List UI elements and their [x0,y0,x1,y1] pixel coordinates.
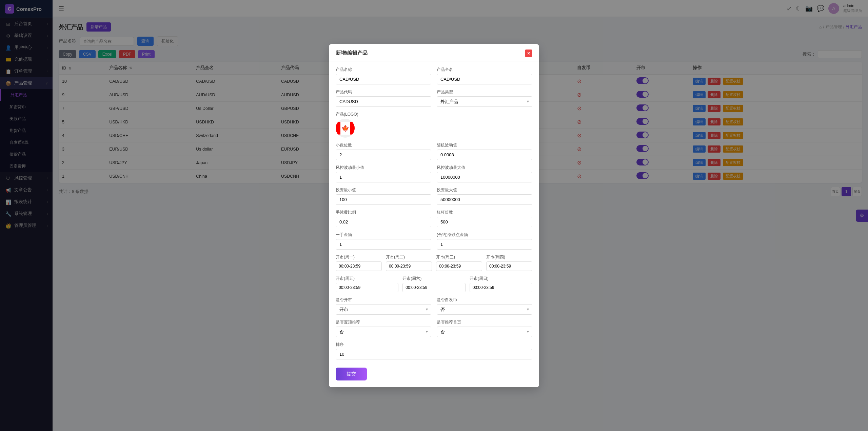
is-homepage-select[interactable]: 否 是 [437,327,532,337]
sort-label: 排序 [336,342,532,348]
modal-header: 新增/编辑产品 × [329,44,539,61]
is-custom-select-wrapper: 否 是 [437,304,532,315]
is-homepage-label: 是否推荐首页 [437,319,532,325]
form-group-is-homepage: 是否推荐首页 否 是 [437,319,532,337]
open-sun-label: 开市(周日) [470,276,532,281]
time-group-mon: 开市(周一) [336,254,382,271]
is-custom-select[interactable]: 否 是 [437,304,532,315]
invest-min-label: 投资最小值 [336,187,431,193]
form-group-name: 产品名称 [336,67,431,84]
form-row-open: 是否开市 开市 休市 是否自发币 否 是 [336,297,532,315]
time-row-2: 开市(周五) 开市(周六) 开市(周日) [336,276,532,292]
time-group-tue: 开市(周二) [386,254,432,271]
is-open-select[interactable]: 开市 休市 [336,304,431,315]
spread-input[interactable] [437,239,532,250]
form-row-hand: 一手金额 (合约)涨跌点金额 [336,232,532,250]
spread-label: (合约)涨跌点金额 [437,232,532,238]
form-row-2: 产品代码 产品类型 外汇产品 加密货币 美股产品 期货产品 [336,89,532,107]
one-hand-input[interactable] [336,239,431,250]
risk-min-label: 风控波动最小值 [336,165,431,171]
open-mon-input[interactable] [336,261,382,271]
svg-rect-2 [350,122,355,134]
form-group-one-hand: 一手金额 [336,232,431,250]
form-group-leverage: 杠杆倍数 [437,210,532,227]
fee-ratio-input[interactable] [336,217,431,227]
form-group-is-top: 是否置顶推荐 否 是 [336,319,431,337]
is-open-select-wrapper: 开市 休市 [336,304,431,315]
open-fri-input[interactable] [336,283,398,292]
product-name-label: 产品名称 [336,67,431,73]
risk-min-input[interactable] [336,172,431,182]
open-fri-label: 开市(周五) [336,276,398,281]
form-row-risk: 风控波动最小值 风控波动最大值 [336,165,532,182]
form-group-fee: 手续费比例 [336,210,431,227]
time-group-sun: 开市(周日) [470,276,532,292]
product-name-input[interactable] [336,74,431,84]
risk-max-label: 风控波动最大值 [437,165,532,171]
is-top-select[interactable]: 否 是 [336,327,431,337]
invest-min-input[interactable] [336,194,431,205]
is-homepage-select-wrapper: 否 是 [437,327,532,337]
open-tue-input[interactable] [386,261,432,271]
decimal-label: 小数位数 [336,142,431,148]
time-group-wed: 开市(周三) [436,254,482,271]
open-wed-label: 开市(周三) [436,254,482,260]
form-group-risk-max: 风控波动最大值 [437,165,532,182]
product-code-input[interactable] [336,96,431,107]
random-fluctuation-input[interactable] [437,150,532,160]
form-group-type: 产品类型 外汇产品 加密货币 美股产品 期货产品 [437,89,532,107]
one-hand-label: 一手金额 [336,232,431,238]
form-row-sort: 排序 [336,342,532,359]
is-open-label: 是否开市 [336,297,431,303]
product-fullname-label: 产品全名 [437,67,532,73]
submit-button[interactable]: 提交 [336,368,367,380]
modal-close-button[interactable]: × [525,50,532,57]
form-group-sort: 排序 [336,342,532,359]
svg-rect-1 [336,122,340,134]
form-row-top: 是否置顶推荐 否 是 是否推荐首页 否 是 [336,319,532,337]
sort-input[interactable] [336,349,532,359]
fee-ratio-label: 手续费比例 [336,210,431,215]
form-group-fullname: 产品全名 [437,67,532,84]
modal-title: 新增/编辑产品 [336,50,368,56]
product-code-label: 产品代码 [336,89,431,95]
open-thu-input[interactable] [486,261,532,271]
product-fullname-input[interactable] [437,74,532,84]
form-group-logo: 产品(LOGO) 🍁 [336,112,532,138]
form-group-invest-max: 投资最大值 [437,187,532,205]
form-group-random: 随机波动值 [437,142,532,160]
open-mon-label: 开市(周一) [336,254,382,260]
logo-preview[interactable]: 🍁 [336,119,355,138]
modal: 新增/编辑产品 × 产品名称 产品全名 产品代码 [329,44,539,387]
open-wed-input[interactable] [436,261,482,271]
modal-body: 产品名称 产品全名 产品代码 产品类型 外汇产 [329,61,539,387]
form-row-fee: 手续费比例 杠杆倍数 [336,210,532,227]
random-fluctuation-label: 随机波动值 [437,142,532,148]
leverage-input[interactable] [437,217,532,227]
svg-text:🍁: 🍁 [341,124,350,132]
risk-max-input[interactable] [437,172,532,182]
form-group-decimal: 小数位数 [336,142,431,160]
form-group-is-custom: 是否自发币 否 是 [437,297,532,315]
form-row-1: 产品名称 产品全名 [336,67,532,84]
open-sun-input[interactable] [470,283,532,292]
form-group-risk-min: 风控波动最小值 [336,165,431,182]
form-group-invest-min: 投资最小值 [336,187,431,205]
decimal-input[interactable] [336,150,431,160]
open-sat-input[interactable] [402,283,465,292]
logo-label: 产品(LOGO) [336,112,532,117]
open-thu-label: 开市(周四) [486,254,532,260]
is-custom-label: 是否自发币 [437,297,532,303]
time-group-fri: 开市(周五) [336,276,398,292]
time-group-thu: 开市(周四) [486,254,532,271]
is-top-select-wrapper: 否 是 [336,327,431,337]
modal-overlay[interactable]: 新增/编辑产品 × 产品名称 产品全名 产品代码 [0,0,868,431]
form-row-invest: 投资最小值 投资最大值 [336,187,532,205]
product-type-label: 产品类型 [437,89,532,95]
form-row-decimal: 小数位数 随机波动值 [336,142,532,160]
form-group-is-open: 是否开市 开市 休市 [336,297,431,315]
invest-max-input[interactable] [437,194,532,205]
product-type-select[interactable]: 外汇产品 加密货币 美股产品 期货产品 [437,96,532,107]
is-top-label: 是否置顶推荐 [336,319,431,325]
form-row-logo: 产品(LOGO) 🍁 [336,112,532,138]
